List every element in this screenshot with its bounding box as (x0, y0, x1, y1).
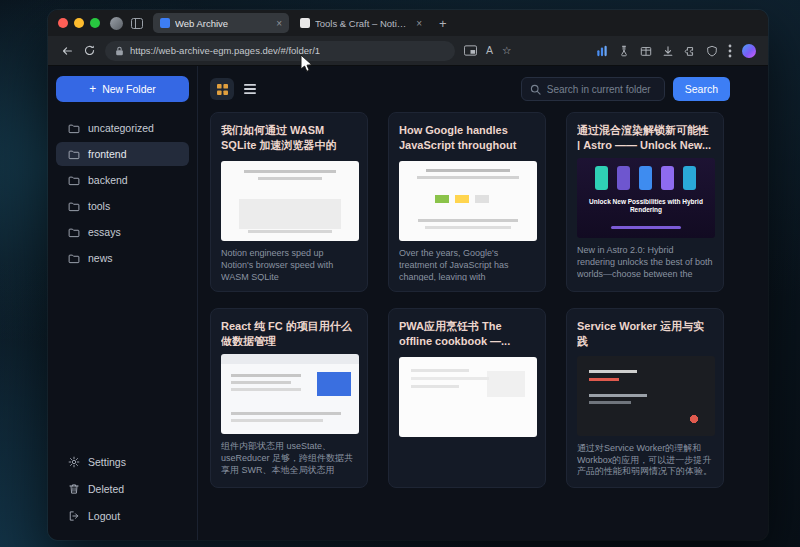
tab-overview-icon[interactable] (131, 18, 143, 29)
search-icon (530, 84, 541, 95)
new-folder-label: New Folder (102, 83, 156, 95)
sidebar-item-logout[interactable]: Logout (56, 504, 189, 528)
back-icon[interactable] (60, 44, 74, 58)
puzzle-icon[interactable] (684, 45, 696, 57)
card-title: React 纯 FC 的项目用什么做数据管理 (221, 319, 357, 346)
phone-mockup-icon (617, 166, 630, 190)
folder-label: essays (88, 226, 121, 238)
address-bar[interactable]: https://web-archive-egm.pages.dev/#/fold… (105, 41, 455, 61)
main-header: Search (210, 76, 730, 102)
archive-card-react-fc[interactable]: React 纯 FC 的项目用什么做数据管理 组件内部状态用 useState、… (210, 308, 368, 488)
package-icon[interactable] (640, 45, 652, 57)
url-text: https://web-archive-egm.pages.dev/#/fold… (130, 45, 320, 56)
browser-toolbar: https://web-archive-egm.pages.dev/#/fold… (48, 36, 768, 66)
more-menu-icon[interactable] (728, 44, 732, 58)
main-content: Search 我们如何通过 WASM SQLite 加速浏览器中的 Notion… (198, 66, 768, 540)
archive-card-wasm-sqlite[interactable]: 我们如何通过 WASM SQLite 加速浏览器中的 Notion ——... … (210, 112, 368, 292)
extension-bars-icon[interactable] (596, 45, 608, 57)
archive-card-astro-hybrid[interactable]: 通过混合渲染解锁新可能性 | Astro —— Unlock New... Un… (566, 112, 724, 292)
web-archive-app: + New Folder uncategorized frontend back… (48, 66, 768, 540)
tab-bar: Web Archive × Tools & Craft – Notion Blo… (48, 10, 768, 36)
grid-view-button[interactable] (210, 78, 234, 100)
sidebar-item-deleted[interactable]: Deleted (56, 477, 189, 501)
close-window-button[interactable] (58, 18, 68, 28)
archive-card-google-js[interactable]: How Google handles JavaScript throughout… (388, 112, 546, 292)
sidebar-item-tools[interactable]: tools (56, 194, 189, 218)
download-icon[interactable] (662, 45, 674, 57)
search-box (521, 77, 665, 101)
picture-in-picture-icon[interactable] (464, 45, 477, 56)
tab-web-archive[interactable]: Web Archive × (153, 13, 289, 33)
sidebar: + New Folder uncategorized frontend back… (48, 66, 198, 540)
folder-icon (68, 253, 80, 264)
shield-icon[interactable] (706, 45, 718, 57)
folder-label: frontend (88, 148, 127, 160)
tab-close-icon[interactable]: × (276, 18, 282, 29)
notion-favicon-icon (300, 18, 310, 28)
folder-icon (68, 123, 80, 134)
new-folder-button[interactable]: + New Folder (56, 76, 189, 102)
sidebar-item-settings[interactable]: Settings (56, 450, 189, 474)
archive-card-pwa-cookbook[interactable]: PWA应用烹饪书 The offline cookbook —... (388, 308, 546, 488)
deleted-label: Deleted (88, 483, 124, 495)
list-icon (244, 84, 256, 94)
list-view-button[interactable] (238, 78, 262, 100)
card-thumbnail (221, 161, 359, 241)
sidebar-item-essays[interactable]: essays (56, 220, 189, 244)
card-thumbnail: Unlock New Possibilities with Hybrid Ren… (577, 158, 715, 238)
card-thumbnail (399, 357, 537, 437)
card-thumbnail (577, 356, 715, 436)
sidebar-item-news[interactable]: news (56, 246, 189, 270)
sidebar-item-uncategorized[interactable]: uncategorized (56, 116, 189, 140)
folder-list: uncategorized frontend backend tools (56, 116, 189, 270)
sidebar-item-backend[interactable]: backend (56, 168, 189, 192)
browser-window: Web Archive × Tools & Craft – Notion Blo… (48, 10, 768, 540)
card-thumbnail (221, 354, 359, 434)
card-title: Service Worker 运用与实践 (577, 319, 713, 348)
archive-card-service-worker[interactable]: Service Worker 运用与实践 通过对Service Worker的理… (566, 308, 724, 488)
card-thumbnail (399, 161, 537, 241)
folder-icon (68, 149, 80, 160)
refresh-icon[interactable] (83, 44, 96, 57)
bookmark-star-icon[interactable]: ☆ (502, 45, 511, 56)
search-button[interactable]: Search (673, 77, 730, 101)
font-size-icon[interactable]: A (486, 45, 493, 56)
tab-notion-blog[interactable]: Tools & Craft – Notion Blog × (293, 13, 429, 33)
folder-label: tools (88, 200, 110, 212)
zoom-window-button[interactable] (90, 18, 100, 28)
folder-icon (68, 227, 80, 238)
tab-close-icon[interactable]: × (416, 18, 422, 29)
search-input[interactable] (547, 84, 656, 95)
grid-icon (217, 84, 228, 95)
plus-icon: + (89, 83, 96, 95)
folder-label: news (88, 252, 113, 264)
folder-icon (68, 201, 80, 212)
card-title: How Google handles JavaScript throughout… (399, 123, 535, 153)
logout-icon (68, 510, 80, 522)
phone-mockup-icon (661, 166, 674, 190)
tab-title: Tools & Craft – Notion Blog (315, 18, 411, 29)
card-title: PWA应用烹饪书 The offline cookbook —... (399, 319, 535, 349)
card-description: New in Astro 2.0: Hybrid rendering unloc… (577, 245, 713, 281)
tab-title: Web Archive (175, 18, 271, 29)
toolbar-extensions (596, 44, 756, 58)
card-title: 通过混合渲染解锁新可能性 | Astro —— Unlock New... (577, 123, 713, 150)
flask-icon[interactable] (618, 45, 630, 57)
profile-icon[interactable] (110, 17, 123, 30)
sidebar-item-frontend[interactable]: frontend (56, 142, 189, 166)
folder-icon (68, 175, 80, 186)
new-tab-button[interactable]: + (439, 16, 447, 31)
traffic-lights (58, 18, 100, 28)
thumbnail-text: Unlock New Possibilities with Hybrid Ren… (585, 198, 707, 215)
folder-label: uncategorized (88, 122, 154, 134)
browser-profile-gradient-icon[interactable] (742, 44, 756, 58)
card-description: Over the years, Google's treatment of Ja… (399, 248, 535, 281)
card-description: 组件内部状态用 useState、useReducer 足够，跨组件数据共享用 … (221, 441, 357, 477)
logout-label: Logout (88, 510, 120, 522)
card-grid: 我们如何通过 WASM SQLite 加速浏览器中的 Notion ——... … (210, 112, 730, 488)
card-description: Notion engineers sped up Notion's browse… (221, 248, 357, 281)
web-archive-favicon-icon (160, 18, 170, 28)
minimize-window-button[interactable] (74, 18, 84, 28)
folder-label: backend (88, 174, 128, 186)
desktop-background: Web Archive × Tools & Craft – Notion Blo… (0, 0, 800, 547)
